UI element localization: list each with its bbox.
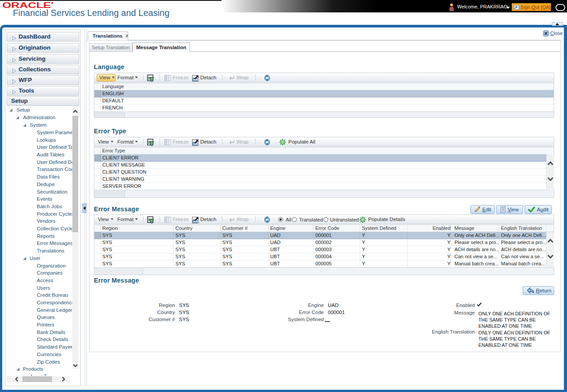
svg-text:ORACLE: ORACLE	[2, 2, 51, 8]
